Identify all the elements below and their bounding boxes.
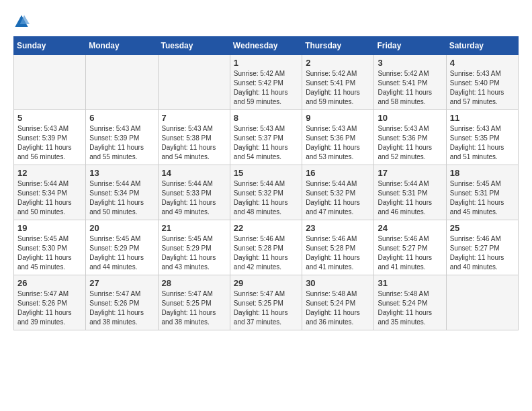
day-number: 29 bbox=[234, 278, 298, 288]
day-number: 23 bbox=[306, 223, 370, 233]
calendar-week-row: 19Sunrise: 5:45 AMSunset: 5:30 PMDayligh… bbox=[14, 220, 519, 275]
calendar-cell: 16Sunrise: 5:44 AMSunset: 5:32 PMDayligh… bbox=[302, 165, 374, 220]
cell-content: Sunrise: 5:43 AMSunset: 5:36 PMDaylight:… bbox=[306, 124, 370, 162]
calendar-cell: 13Sunrise: 5:44 AMSunset: 5:34 PMDayligh… bbox=[86, 165, 158, 220]
day-number: 24 bbox=[378, 223, 442, 233]
cell-content: Sunrise: 5:44 AMSunset: 5:32 PMDaylight:… bbox=[306, 179, 370, 217]
calendar-cell: 29Sunrise: 5:47 AMSunset: 5:25 PMDayligh… bbox=[230, 275, 302, 330]
cell-content: Sunrise: 5:48 AMSunset: 5:24 PMDaylight:… bbox=[378, 289, 442, 327]
calendar-cell: 28Sunrise: 5:47 AMSunset: 5:25 PMDayligh… bbox=[158, 275, 230, 330]
cell-content: Sunrise: 5:47 AMSunset: 5:26 PMDaylight:… bbox=[89, 289, 154, 327]
calendar-cell bbox=[86, 55, 158, 110]
calendar-cell: 4Sunrise: 5:43 AMSunset: 5:40 PMDaylight… bbox=[446, 55, 518, 110]
day-number: 10 bbox=[378, 113, 442, 123]
calendar-cell: 27Sunrise: 5:47 AMSunset: 5:26 PMDayligh… bbox=[86, 275, 158, 330]
day-number: 28 bbox=[162, 278, 226, 288]
day-number: 3 bbox=[378, 58, 442, 68]
cell-content: Sunrise: 5:43 AMSunset: 5:38 PMDaylight:… bbox=[162, 124, 226, 162]
cell-content: Sunrise: 5:47 AMSunset: 5:25 PMDaylight:… bbox=[162, 289, 226, 327]
cell-content: Sunrise: 5:44 AMSunset: 5:32 PMDaylight:… bbox=[234, 179, 298, 217]
cell-content: Sunrise: 5:42 AMSunset: 5:41 PMDaylight:… bbox=[378, 69, 442, 107]
day-number: 26 bbox=[17, 278, 82, 288]
calendar-cell: 22Sunrise: 5:46 AMSunset: 5:28 PMDayligh… bbox=[230, 220, 302, 275]
calendar-cell: 14Sunrise: 5:44 AMSunset: 5:33 PMDayligh… bbox=[158, 165, 230, 220]
calendar-cell: 10Sunrise: 5:43 AMSunset: 5:36 PMDayligh… bbox=[374, 110, 446, 165]
day-number: 8 bbox=[234, 113, 298, 123]
day-number: 18 bbox=[450, 168, 515, 178]
day-number: 7 bbox=[162, 113, 226, 123]
calendar-week-row: 26Sunrise: 5:47 AMSunset: 5:26 PMDayligh… bbox=[14, 275, 519, 330]
day-number: 21 bbox=[162, 223, 226, 233]
calendar-header-row: SundayMondayTuesdayWednesdayThursdayFrid… bbox=[14, 37, 519, 55]
calendar-cell: 6Sunrise: 5:43 AMSunset: 5:39 PMDaylight… bbox=[86, 110, 158, 165]
day-number: 20 bbox=[89, 223, 154, 233]
calendar-cell: 9Sunrise: 5:43 AMSunset: 5:36 PMDaylight… bbox=[302, 110, 374, 165]
day-number: 25 bbox=[450, 223, 515, 233]
cell-content: Sunrise: 5:43 AMSunset: 5:37 PMDaylight:… bbox=[234, 124, 298, 162]
calendar-cell: 31Sunrise: 5:48 AMSunset: 5:24 PMDayligh… bbox=[374, 275, 446, 330]
day-number: 15 bbox=[234, 168, 298, 178]
calendar-week-row: 5Sunrise: 5:43 AMSunset: 5:39 PMDaylight… bbox=[14, 110, 519, 165]
weekday-header-thursday: Thursday bbox=[302, 37, 374, 55]
calendar-cell: 23Sunrise: 5:46 AMSunset: 5:28 PMDayligh… bbox=[302, 220, 374, 275]
cell-content: Sunrise: 5:45 AMSunset: 5:29 PMDaylight:… bbox=[89, 234, 154, 272]
cell-content: Sunrise: 5:48 AMSunset: 5:24 PMDaylight:… bbox=[306, 289, 370, 327]
weekday-header-sunday: Sunday bbox=[14, 37, 86, 55]
calendar-cell: 18Sunrise: 5:45 AMSunset: 5:31 PMDayligh… bbox=[446, 165, 518, 220]
day-number: 14 bbox=[162, 168, 226, 178]
cell-content: Sunrise: 5:42 AMSunset: 5:42 PMDaylight:… bbox=[234, 69, 298, 107]
calendar-cell bbox=[14, 55, 86, 110]
weekday-header-friday: Friday bbox=[374, 37, 446, 55]
cell-content: Sunrise: 5:45 AMSunset: 5:29 PMDaylight:… bbox=[162, 234, 226, 272]
calendar-cell: 30Sunrise: 5:48 AMSunset: 5:24 PMDayligh… bbox=[302, 275, 374, 330]
day-number: 17 bbox=[378, 168, 442, 178]
cell-content: Sunrise: 5:47 AMSunset: 5:25 PMDaylight:… bbox=[234, 289, 298, 327]
calendar-table: SundayMondayTuesdayWednesdayThursdayFrid… bbox=[13, 36, 519, 330]
weekday-header-wednesday: Wednesday bbox=[230, 37, 302, 55]
cell-content: Sunrise: 5:44 AMSunset: 5:31 PMDaylight:… bbox=[378, 179, 442, 217]
calendar-cell bbox=[158, 55, 230, 110]
calendar-cell: 17Sunrise: 5:44 AMSunset: 5:31 PMDayligh… bbox=[374, 165, 446, 220]
calendar-cell: 26Sunrise: 5:47 AMSunset: 5:26 PMDayligh… bbox=[14, 275, 86, 330]
calendar-cell: 24Sunrise: 5:46 AMSunset: 5:27 PMDayligh… bbox=[374, 220, 446, 275]
calendar-cell bbox=[446, 275, 518, 330]
calendar-cell: 1Sunrise: 5:42 AMSunset: 5:42 PMDaylight… bbox=[230, 55, 302, 110]
calendar-cell: 25Sunrise: 5:46 AMSunset: 5:27 PMDayligh… bbox=[446, 220, 518, 275]
calendar-cell: 2Sunrise: 5:42 AMSunset: 5:41 PMDaylight… bbox=[302, 55, 374, 110]
calendar-cell: 3Sunrise: 5:42 AMSunset: 5:41 PMDaylight… bbox=[374, 55, 446, 110]
calendar-cell: 5Sunrise: 5:43 AMSunset: 5:39 PMDaylight… bbox=[14, 110, 86, 165]
page-header bbox=[13, 13, 519, 30]
calendar-week-row: 1Sunrise: 5:42 AMSunset: 5:42 PMDaylight… bbox=[14, 55, 519, 110]
calendar-cell: 21Sunrise: 5:45 AMSunset: 5:29 PMDayligh… bbox=[158, 220, 230, 275]
calendar-cell: 11Sunrise: 5:43 AMSunset: 5:35 PMDayligh… bbox=[446, 110, 518, 165]
cell-content: Sunrise: 5:45 AMSunset: 5:30 PMDaylight:… bbox=[17, 234, 82, 272]
cell-content: Sunrise: 5:43 AMSunset: 5:40 PMDaylight:… bbox=[450, 69, 515, 107]
cell-content: Sunrise: 5:47 AMSunset: 5:26 PMDaylight:… bbox=[17, 289, 82, 327]
weekday-header-monday: Monday bbox=[86, 37, 158, 55]
calendar-cell: 8Sunrise: 5:43 AMSunset: 5:37 PMDaylight… bbox=[230, 110, 302, 165]
day-number: 16 bbox=[306, 168, 370, 178]
cell-content: Sunrise: 5:46 AMSunset: 5:28 PMDaylight:… bbox=[306, 234, 370, 272]
weekday-header-tuesday: Tuesday bbox=[158, 37, 230, 55]
logo-icon bbox=[13, 13, 30, 30]
day-number: 4 bbox=[450, 58, 515, 68]
day-number: 22 bbox=[234, 223, 298, 233]
calendar-cell: 20Sunrise: 5:45 AMSunset: 5:29 PMDayligh… bbox=[86, 220, 158, 275]
day-number: 1 bbox=[234, 58, 298, 68]
day-number: 19 bbox=[17, 223, 82, 233]
cell-content: Sunrise: 5:46 AMSunset: 5:27 PMDaylight:… bbox=[450, 234, 515, 272]
cell-content: Sunrise: 5:43 AMSunset: 5:36 PMDaylight:… bbox=[378, 124, 442, 162]
day-number: 31 bbox=[378, 278, 442, 288]
cell-content: Sunrise: 5:45 AMSunset: 5:31 PMDaylight:… bbox=[450, 179, 515, 217]
logo bbox=[13, 13, 32, 30]
weekday-header-saturday: Saturday bbox=[446, 37, 518, 55]
day-number: 2 bbox=[306, 58, 370, 68]
calendar-cell: 15Sunrise: 5:44 AMSunset: 5:32 PMDayligh… bbox=[230, 165, 302, 220]
cell-content: Sunrise: 5:43 AMSunset: 5:39 PMDaylight:… bbox=[89, 124, 154, 162]
cell-content: Sunrise: 5:46 AMSunset: 5:27 PMDaylight:… bbox=[378, 234, 442, 272]
day-number: 5 bbox=[17, 113, 82, 123]
cell-content: Sunrise: 5:43 AMSunset: 5:35 PMDaylight:… bbox=[450, 124, 515, 162]
day-number: 13 bbox=[89, 168, 154, 178]
day-number: 11 bbox=[450, 113, 515, 123]
cell-content: Sunrise: 5:44 AMSunset: 5:34 PMDaylight:… bbox=[89, 179, 154, 217]
